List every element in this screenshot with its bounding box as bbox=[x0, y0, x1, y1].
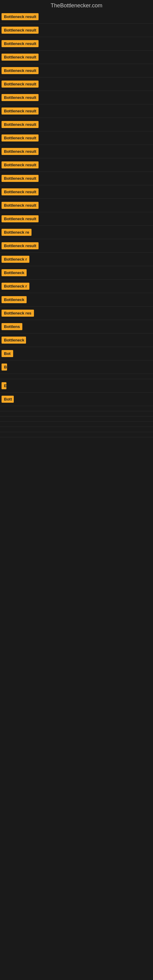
result-row: Bottleneck result bbox=[0, 199, 153, 212]
result-row: Bottleneck result bbox=[0, 158, 153, 172]
result-row: Bottleneck result bbox=[0, 24, 153, 37]
bottleneck-badge[interactable]: Bottleneck result bbox=[2, 121, 38, 128]
bottleneck-badge[interactable]: Bottleneck bbox=[2, 296, 27, 303]
result-row: Bottleneck re bbox=[0, 226, 153, 239]
bottleneck-badge[interactable]: Bottleneck result bbox=[2, 108, 38, 115]
bottleneck-badge[interactable]: Bottleneck result bbox=[2, 188, 38, 196]
bottleneck-badge[interactable]: Bottleneck result bbox=[2, 40, 38, 47]
result-row: Bottleneck result bbox=[0, 145, 153, 158]
bottleneck-badge[interactable]: Bottleneck re bbox=[2, 229, 32, 236]
result-row: Bottleneck result bbox=[0, 212, 153, 226]
result-row: Bottleneck r bbox=[0, 253, 153, 266]
result-row: Bot bbox=[0, 347, 153, 360]
bottleneck-badge[interactable]: Bottleneck result bbox=[2, 27, 38, 34]
bottleneck-badge[interactable]: Bottleneck result bbox=[2, 54, 38, 60]
result-row: Bottleneck result bbox=[0, 131, 153, 145]
bottleneck-badge[interactable]: Bottleneck bbox=[2, 337, 26, 344]
result-row: Bottleneck r bbox=[0, 280, 153, 293]
bottleneck-badge[interactable]: Bottleneck bbox=[2, 269, 27, 276]
result-row: Bottleneck result bbox=[0, 118, 153, 131]
bottleneck-badge[interactable]: Bottleneck result bbox=[2, 67, 38, 74]
bottleneck-badge[interactable]: Bottleneck result bbox=[2, 94, 38, 101]
bottleneck-badge[interactable]: Bot bbox=[2, 350, 13, 357]
result-row bbox=[0, 374, 153, 379]
result-row bbox=[0, 411, 153, 417]
bottleneck-badge[interactable]: E bbox=[2, 382, 6, 389]
result-row bbox=[0, 406, 153, 411]
bottleneck-badge[interactable]: Bottleneck result bbox=[2, 81, 38, 88]
result-row: Bottleneck result bbox=[0, 172, 153, 185]
result-row: Bottleneck bbox=[0, 334, 153, 347]
result-row bbox=[0, 432, 153, 438]
result-row: Bott bbox=[0, 393, 153, 406]
result-row: Bottlens bbox=[0, 320, 153, 334]
result-row: Bottleneck result bbox=[0, 91, 153, 105]
bottleneck-badge[interactable]: Bott bbox=[2, 396, 14, 403]
result-row bbox=[0, 417, 153, 422]
result-row: Bottleneck result bbox=[0, 10, 153, 24]
result-row: B bbox=[0, 360, 153, 374]
bottleneck-badge[interactable]: Bottleneck result bbox=[2, 134, 38, 142]
bottleneck-badge[interactable]: Bottleneck result bbox=[2, 13, 38, 20]
bottleneck-badge[interactable]: Bottleneck result bbox=[2, 175, 38, 182]
result-row bbox=[0, 422, 153, 427]
result-row: Bottleneck bbox=[0, 293, 153, 307]
bottleneck-badge[interactable]: Bottleneck result bbox=[2, 202, 38, 209]
bottleneck-badge[interactable]: B bbox=[2, 364, 7, 371]
bottleneck-badge[interactable]: Bottleneck r bbox=[2, 283, 29, 290]
bottleneck-badge[interactable]: Bottleneck result bbox=[2, 242, 38, 249]
bottleneck-badge[interactable]: Bottlens bbox=[2, 323, 22, 330]
bottleneck-badge[interactable]: Bottleneck r bbox=[2, 256, 29, 263]
bottleneck-badge[interactable]: Bottleneck result bbox=[2, 148, 38, 155]
result-row bbox=[0, 427, 153, 432]
result-row: Bottleneck result bbox=[0, 37, 153, 51]
result-row: Bottleneck result bbox=[0, 78, 153, 91]
result-row: Bottleneck bbox=[0, 266, 153, 280]
result-row: E bbox=[0, 379, 153, 393]
result-row: Bottleneck result bbox=[0, 64, 153, 78]
result-row: Bottleneck result bbox=[0, 51, 153, 64]
result-row: Bottleneck result bbox=[0, 239, 153, 253]
bottleneck-badge[interactable]: Bottleneck res bbox=[2, 310, 34, 317]
result-row: Bottleneck result bbox=[0, 185, 153, 199]
site-title: TheBottlenecker.com bbox=[0, 0, 153, 10]
bottleneck-badge[interactable]: Bottleneck result bbox=[2, 161, 38, 169]
bottleneck-badge[interactable]: Bottleneck result bbox=[2, 215, 38, 222]
result-row: Bottleneck result bbox=[0, 105, 153, 118]
result-row: Bottleneck res bbox=[0, 307, 153, 320]
